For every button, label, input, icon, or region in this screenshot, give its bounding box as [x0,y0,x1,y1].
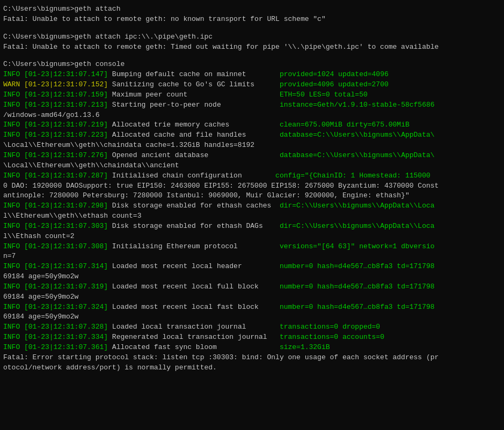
continuation-text: l\\Ethash count=2 [3,232,75,240]
info-kv: provided=1024 updated=4096 [280,70,389,78]
info-kv: dir=C:\\Users\\bignums\\AppData\\Loca [280,222,435,230]
terminal-window: C:\Users\bignums>geth attachFatal: Unabl… [3,4,501,373]
terminal-line: antinople: 7280000 Petersburg: 7280000 I… [3,191,501,201]
fatal-text: Fatal: Unable to attach to remote geth: … [3,43,439,51]
terminal-line: INFO [01-23|12:31:07.361] Allocated fast… [3,343,501,353]
info-msg: Opened ancient database [108,151,280,159]
info-kv: instance=Geth/v1.9.10-stable-58cf5686 [280,101,435,109]
terminal-line: INFO [01-23|12:31:07.328] Loaded local t… [3,322,501,332]
terminal-line: INFO [01-23|12:31:07.298] Disk storage e… [3,201,501,211]
terminal-line: C:\Users\bignums>geth attach [3,4,501,14]
info-prefix: INFO [01-23|12:31:07.223] [3,131,108,139]
info-prefix: INFO [01-23|12:31:07.287] [3,172,108,180]
info-prefix: INFO [01-23|12:31:07.319] [3,283,108,291]
info-prefix: INFO [01-23|12:31:07.298] [3,202,108,210]
info-msg: Loaded most recent local fast block [108,303,280,311]
prompt-text: C:\Users\bignums>geth console [3,60,125,68]
info-prefix: INFO [01-23|12:31:07.334] [3,333,108,341]
info-kv: database=C:\\Users\\bignums\\AppData\ [280,131,435,139]
terminal-line: INFO [01-23|12:31:07.303] Disk storage e… [3,221,501,232]
info-kv: transactions=0 accounts=0 [280,333,384,341]
info-msg: Regenerated local transaction journal [108,333,280,341]
info-kv: size=1.32GiB [280,343,330,351]
terminal-line: l\\Ethereum\\geth\\ethash count=3 [3,211,501,221]
info-msg: Disk storage enabled for ethash DAGs [108,222,280,230]
info-msg: Bumping default cache on mainnet [108,70,280,78]
continuation-text: 0 DAO: 1920000 DAOSupport: true EIP150: … [3,182,439,190]
continuation-text: \Local\\Ethereum\\geth\\chaindata cache=… [3,141,254,149]
terminal-line: INFO [01-23|12:31:07.308] Initialising E… [3,242,501,252]
continuation-text: otocol/network address/port) is normally… [3,364,217,372]
terminal-line: INFO [01-23|12:31:07.314] Loaded most re… [3,262,501,272]
blank-line [3,52,501,60]
terminal-line: 69184 age=50y9mo2w [3,272,501,282]
info-kv: transactions=0 dropped=0 [280,323,380,331]
info-prefix: INFO [01-23|12:31:07.308] [3,242,108,250]
terminal-line: /windows-amd64/go1.13.6 [3,110,501,121]
info-msg: Loaded most recent local header [108,262,280,270]
terminal-line: INFO [01-23|12:31:07.324] Loaded most re… [3,302,501,313]
info-prefix: INFO [01-23|12:31:07.361] [3,343,108,351]
warn-prefix: WARN [01-23|12:31:07.152] [3,80,108,88]
info-prefix: INFO [01-23|12:31:07.303] [3,222,108,230]
terminal-line: INFO [01-23|12:31:07.319] Loaded most re… [3,282,501,292]
continuation-text: /windows-amd64/go1.13.6 [3,111,99,119]
continuation-text: l\\Ethereum\\geth\\ethash count=3 [3,212,141,220]
terminal-line: C:\Users\bignums>geth console [3,60,501,70]
info-msg: Starting peer-to-peer node [108,101,280,109]
terminal-line: l\\Ethash count=2 [3,232,501,242]
info-msg: Allocated fast sync bloom [108,343,280,351]
info-prefix: INFO [01-23|12:31:07.219] [3,121,108,129]
terminal-line: INFO [01-23|12:31:07.276] Opened ancient… [3,151,501,161]
info-msg: Allocated trie memory caches [108,121,280,129]
info-prefix: INFO [01-23|12:31:07.213] [3,101,108,109]
terminal-line: otocol/network address/port) is normally… [3,363,501,373]
info-prefix: INFO [01-23|12:31:07.324] [3,303,108,311]
terminal-line: INFO [01-23|12:31:07.159] Maximum peer c… [3,90,501,100]
info-prefix: INFO [01-23|12:31:07.147] [3,70,108,78]
info-kv: versions="[64 63]" network=1 dbversio [280,242,435,250]
terminal-line: 0 DAO: 1920000 DAOSupport: true EIP150: … [3,181,501,191]
continuation-text: antinople: 7280000 Petersburg: 7280000 I… [3,191,410,199]
continuation-text: 69184 age=50y9mo2w [3,272,78,280]
terminal-line: INFO [01-23|12:31:07.147] Bumping defaul… [3,70,501,80]
prompt-text: C:\Users\bignums>geth attach ipc:\\.\pip… [3,33,213,41]
terminal-line: C:\Users\bignums>geth attach ipc:\\.\pip… [3,32,501,42]
terminal-line: INFO [01-23|12:31:07.287] Initialised ch… [3,171,501,181]
terminal-line: \Local\\Ethereum\\geth\\chaindata cache=… [3,140,501,151]
terminal-line: WARN [01-23|12:31:07.152] Sanitizing cac… [3,80,501,90]
terminal-line: Fatal: Unable to attach to remote geth: … [3,42,501,53]
info-msg: Initialised chain configuration [108,172,275,180]
terminal-line: INFO [01-23|12:31:07.219] Allocated trie… [3,120,501,130]
info-kv: database=C:\\Users\\bignums\\AppData\ [280,151,435,159]
info-kv: number=0 hash=d4e567…cb8fa3 td=171798 [280,303,435,311]
info-kv: config="{ChainID: 1 Homestead: 115000 [275,172,430,180]
info-kv: clean=675.00MiB dirty=675.00MiB [280,121,410,129]
terminal-line: INFO [01-23|12:31:07.334] Regenerated lo… [3,332,501,343]
continuation-text: 69184 age=50y9mo2w [3,313,78,321]
terminal-line: Fatal: Error starting protocol stack: li… [3,353,501,363]
info-prefix: INFO [01-23|12:31:07.159] [3,91,108,99]
terminal-line: INFO [01-23|12:31:07.223] Allocated cach… [3,130,501,140]
continuation-text: \Local\\Ethereum\\geth\\chaindata\\ancie… [3,161,179,169]
terminal-line: 69184 age=50y9mo2w [3,312,501,322]
info-kv: ETH=50 LES=0 total=50 [280,91,368,99]
info-msg: Disk storage enabled for ethash caches [108,202,280,210]
terminal-line: Fatal: Unable to attach to remote geth: … [3,14,501,25]
warn-msg: Sanitizing cache to Go's GC limits [108,80,280,88]
fatal-text: Fatal: Unable to attach to remote geth: … [3,15,326,23]
terminal-line: 69184 age=50y9mo2w [3,292,501,302]
info-kv: dir=C:\\Users\\bignums\\AppData\\Loca [280,202,435,210]
info-msg: Initialising Ethereum protocol [108,242,280,250]
continuation-text: 69184 age=50y9mo2w [3,293,78,301]
info-msg: Maximum peer count [108,91,280,99]
terminal-line: \Local\\Ethereum\\geth\\chaindata\\ancie… [3,161,501,171]
blank-line [3,25,501,32]
info-msg: Loaded most recent local full block [108,283,280,291]
info-msg: Allocated cache and file handles [108,131,280,139]
terminal-line: n=7 [3,251,501,262]
fatal-text: Fatal: Error starting protocol stack: li… [3,353,439,361]
terminal-line: INFO [01-23|12:31:07.213] Starting peer-… [3,100,501,110]
warn-kv: provided=4096 updated=2700 [280,80,389,88]
info-msg: Loaded local transaction journal [108,323,280,331]
